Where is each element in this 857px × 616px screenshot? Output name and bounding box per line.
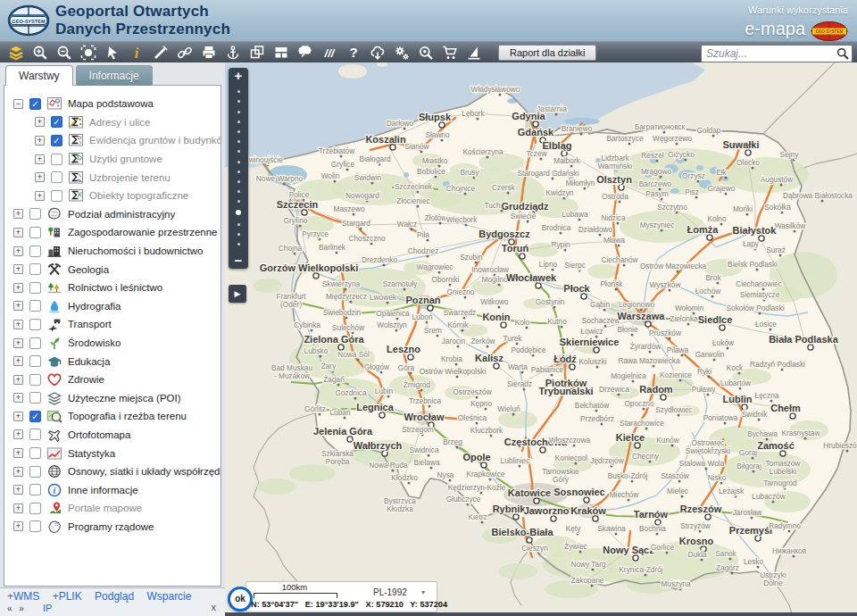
expand-toggle-icon[interactable]: + [13,467,23,477]
layer-label[interactable]: Osnowy, siatki i układy współrzędnych [68,466,221,477]
layer-label[interactable]: Środowisko [68,337,121,348]
expand-toggle-icon[interactable]: + [13,338,23,348]
layer-checkbox[interactable] [29,319,41,330]
layer-row[interactable]: −✓Mapa podstawowa [4,95,220,113]
support-link[interactable]: Wsparcie [146,590,191,603]
layer-checkbox[interactable] [29,503,41,514]
zoom-level-dot[interactable] [237,161,240,163]
layer-checkbox[interactable] [29,520,41,532]
expand-toggle-icon[interactable]: + [13,485,23,495]
expand-toggle-icon[interactable]: + [13,209,23,219]
layer-label[interactable]: Obiekty topograficzne [89,190,188,201]
zoom-level-dot[interactable] [237,223,240,226]
tab-warstwy[interactable]: Warstwy [5,65,73,86]
layer-checkbox[interactable] [29,337,41,349]
anchor-icon[interactable] [220,43,245,62]
ip-link[interactable]: IP [43,603,52,613]
layer-row[interactable]: +Obiekty topograficzne [4,187,220,205]
map-viewport[interactable]: WładysławowoJastarniaGdyniaGdańskLęborkS… [225,62,857,616]
layer-checkbox[interactable] [29,484,41,495]
layer-row[interactable]: +Uzbrojenie terenu [4,168,220,187]
add-file-link[interactable]: +PLIK [53,590,82,603]
layer-label[interactable]: Programy rządowe [68,521,154,532]
layer-label[interactable]: Nieruchomości i budownictwo [68,246,203,256]
zoom-in-icon[interactable] [28,43,52,62]
layer-checkbox[interactable] [29,227,41,238]
expand-toggle-icon[interactable]: + [35,117,45,127]
layer-row[interactable]: +Rolnictwo i leśnictwo [4,279,220,297]
chevron-down-icon[interactable]: ▾ [421,588,425,596]
layer-checkbox[interactable] [51,190,62,202]
ok-button[interactable]: ok [228,587,253,612]
zoom-level-current[interactable] [236,210,241,215]
expand-toggle-icon[interactable]: + [13,320,23,329]
next-arrow-icon[interactable]: » [19,604,24,613]
layer-checkbox[interactable] [29,447,41,459]
crs-select[interactable]: PL-1992 [373,587,407,597]
zoom-out-icon[interactable] [52,43,76,62]
layer-label[interactable]: Zdrowie [68,374,104,385]
e-mapa-brand[interactable]: e-mapa [745,19,805,39]
layer-label[interactable]: Statystyka [68,448,115,459]
layer-label[interactable]: Uzbrojenie terenu [89,172,171,183]
expand-toggle-icon[interactable]: + [13,264,23,274]
layer-label[interactable]: Hydrografia [68,301,121,312]
search-input[interactable] [702,47,836,60]
layer-row[interactable]: +iInne informacje [4,480,220,499]
sail-warning-icon[interactable] [462,43,486,62]
layer-label[interactable]: Topografia i rzeźba terenu [68,411,187,421]
layer-row[interactable]: +Zdrowie [4,370,220,389]
zoom-level-dot[interactable] [237,150,240,153]
zoom-level-dot[interactable] [237,200,240,203]
layer-label[interactable]: Portale mapowe [68,503,142,513]
layer-row[interactable]: +Osnowy, siatki i układy współrzędnych [4,462,220,481]
expand-toggle-icon[interactable]: + [35,172,45,182]
search-icon[interactable] [836,47,849,60]
layer-label[interactable]: Ewidencja gruntów i budynków [89,135,221,146]
prev-arrow-icon[interactable]: « [7,604,12,613]
report-for-parcel-button[interactable]: Raport dla działki [498,45,596,61]
zoom-level-dot[interactable] [237,90,240,93]
expand-toggle-icon[interactable]: + [13,393,23,403]
expand-toggle-icon[interactable]: + [35,191,45,201]
copy-window-icon[interactable] [245,43,269,62]
layer-checkbox[interactable] [29,246,41,257]
expand-toggle-icon[interactable]: + [13,246,23,256]
cart-icon[interactable] [437,43,462,62]
link-icon[interactable] [172,43,196,62]
layer-row[interactable]: +✓Ewidencja gruntów i budynków [4,131,220,150]
select-area-icon[interactable] [76,43,100,62]
layer-checkbox[interactable] [29,429,41,440]
zoom-level-dot[interactable] [237,243,240,246]
layer-row[interactable]: +✓Adresy i ulice [4,113,220,132]
preview-link[interactable]: Podgląd [95,590,134,603]
layer-label[interactable]: Mapa podstawowa [68,98,154,109]
layer-row[interactable]: +Edukacja [4,352,220,370]
search-plus-icon[interactable] [413,43,437,62]
zoom-out-button[interactable]: − [229,253,248,268]
layer-checkbox[interactable] [51,154,62,165]
expand-toggle-icon[interactable]: + [13,375,23,385]
zoom-level-dot[interactable] [237,180,240,183]
zoom-level-dot[interactable] [237,121,240,123]
zoom-level-dot[interactable] [237,111,240,113]
zoom-level-dot[interactable] [237,100,240,103]
layer-label[interactable]: Rolnictwo i leśnictwo [68,282,162,293]
layer-checkbox[interactable] [51,171,62,183]
layer-row[interactable]: +Zagospodarowanie przestrzenne [4,223,220,242]
layer-checkbox[interactable] [29,282,41,294]
layer-checkbox[interactable] [29,263,41,275]
layer-checkbox[interactable]: ✓ [51,116,62,128]
zoom-slider[interactable] [229,90,248,246]
layer-row[interactable]: +Portale mapowe [4,499,220,518]
layer-row[interactable]: +Podział administracyjny [4,205,220,224]
layer-row[interactable]: +✓Topografia i rzeźba terenu [4,407,220,426]
sidebar-collapse-toggle[interactable]: ▶ [229,285,246,303]
panel-layout-icon[interactable] [269,43,293,62]
layer-label[interactable]: Zagospodarowanie przestrzenne [68,227,218,237]
expand-toggle-icon[interactable]: + [13,448,23,458]
expand-toggle-icon[interactable]: − [13,99,23,109]
layer-row[interactable]: +Użyteczne miejsca (POI) [4,389,220,408]
layer-label[interactable]: Geologia [68,264,109,275]
layer-checkbox[interactable] [29,300,41,312]
